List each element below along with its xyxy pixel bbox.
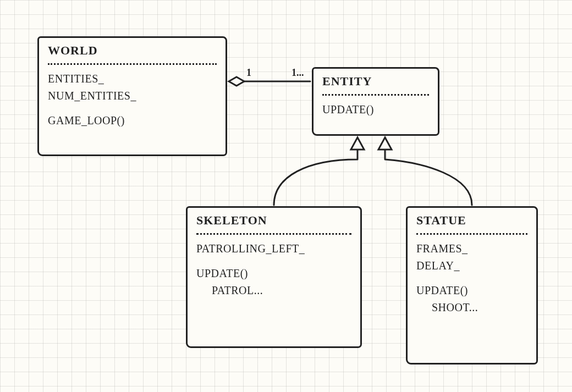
world-attr-1: NUM_ENTITIES_ [48,87,217,104]
statue-attr-0: FRAMES_ [416,240,527,257]
class-statue: STATUE FRAMES_ DELAY_ UPDATE() SHOOT... [406,206,538,365]
skeleton-attr-0: PATROLLING_LEFT_ [196,240,351,257]
entity-method-0: UPDATE() [322,101,429,118]
class-skeleton: SKELETON PATROLLING_LEFT_ UPDATE() PATRO… [186,206,362,348]
inherit-statue-arrow-icon [378,137,392,150]
divider [196,233,351,235]
divider [322,94,429,96]
inherit-statue-line [385,150,472,205]
class-world: WORLD ENTITIES_ NUM_ENTITIES_ GAME_LOOP(… [37,36,227,156]
class-statue-title: STATUE [416,213,527,230]
statue-method-0: UPDATE() [416,282,527,299]
world-method-0: GAME_LOOP() [48,112,217,129]
world-attr-0: ENTITIES_ [48,70,217,87]
mult-entity-side: 1... [292,67,304,79]
skeleton-method-1: PATROL... [196,282,351,299]
mult-world-side: 1 [246,67,251,79]
divider [416,233,527,235]
inherit-skeleton-arrow-icon [351,137,364,150]
class-skeleton-title: SKELETON [196,213,351,230]
divider [48,63,217,65]
class-entity-title: ENTITY [322,74,429,91]
skeleton-method-0: UPDATE() [196,265,351,282]
inherit-skeleton-line [274,150,358,205]
statue-attr-1: DELAY_ [416,257,527,274]
aggregation-diamond-icon [229,77,244,86]
statue-method-1: SHOOT... [416,299,527,316]
class-world-title: WORLD [48,43,217,60]
class-entity: ENTITY UPDATE() [312,67,439,136]
